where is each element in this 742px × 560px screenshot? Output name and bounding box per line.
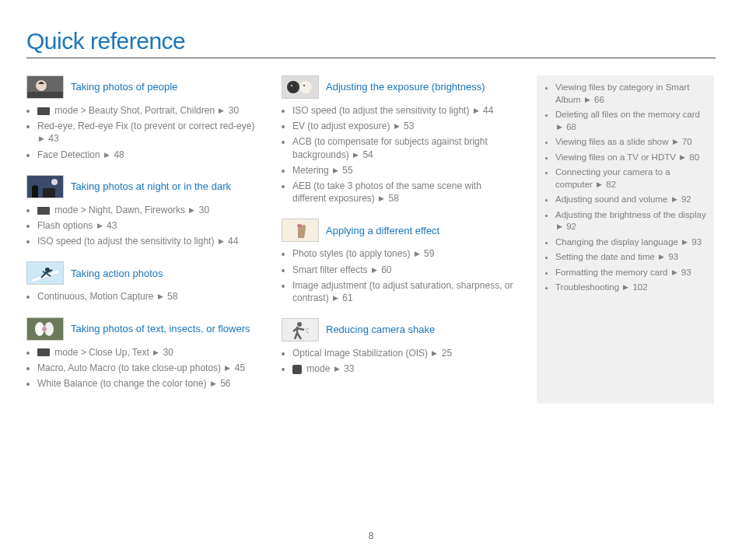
- page-ref: 54: [360, 149, 373, 160]
- list-item: mode > Close Up, Text ▶ 30: [37, 346, 260, 359]
- section-title: Reducing camera shake: [326, 324, 435, 336]
- sidebar: Viewing files by category in Smart Album…: [537, 75, 714, 404]
- page-ref: 44: [481, 105, 494, 116]
- item-text: Adjusting sound and volume: [555, 194, 670, 204]
- section-list: ISO speed (to adjust the sensitivity to …: [282, 104, 515, 205]
- item-text: Deleting all files on the memory card: [555, 110, 700, 119]
- item-text: Macro, Auto Macro (to take close-up phot…: [37, 362, 223, 373]
- item-text: mode > Beauty Shot, Portrait, Children: [52, 105, 217, 116]
- sidebar-item: Adjusting the brightness of the display …: [555, 209, 706, 233]
- list-item: mode ▶ 33: [292, 362, 515, 375]
- svg-point-13: [287, 81, 299, 93]
- section-title: Applying a different effect: [326, 225, 439, 237]
- svg-point-18: [297, 224, 302, 227]
- item-text: Metering: [292, 165, 331, 176]
- svg-point-14: [299, 81, 312, 93]
- item-text: Changing the display language: [555, 237, 681, 247]
- section-list: mode > Beauty Shot, Portrait, Children ▶…: [26, 104, 260, 161]
- page-ref-arrow-icon: ▶: [672, 268, 677, 276]
- page-ref: 70: [680, 137, 692, 146]
- page-ref-arrow-icon: ▶: [158, 292, 163, 300]
- section-title: Taking photos of people: [71, 81, 177, 93]
- scene-mode-icon: [37, 348, 50, 356]
- section-list: Photo styles (to apply tones) ▶ 59Smart …: [282, 247, 515, 304]
- page-ref-arrow-icon: ▶: [557, 222, 562, 230]
- list-item: ISO speed (to adjust the sensitivity to …: [37, 235, 260, 247]
- item-text: Viewing files on a TV or HDTV: [555, 152, 678, 162]
- section-title: Taking photos at night or in the dark: [71, 180, 231, 193]
- section: Taking photos of text, insects, or flowe…: [26, 317, 260, 390]
- page-ref-arrow-icon: ▶: [672, 195, 677, 203]
- item-text: Image adjustment (to adjust saturation, …: [292, 280, 513, 303]
- portrait-icon: [26, 75, 64, 99]
- section: Adjusting the exposure (brightness)ISO s…: [282, 75, 515, 205]
- list-item: Metering ▶ 55: [292, 164, 515, 177]
- section: Taking action photosContinuous, Motion C…: [26, 261, 260, 303]
- page-ref: 93: [679, 268, 691, 277]
- page-ref-arrow-icon: ▶: [39, 135, 44, 142]
- page-ref: 56: [218, 378, 231, 389]
- page-ref-arrow-icon: ▶: [597, 180, 602, 188]
- section-list: Continuous, Motion Capture ▶ 58: [26, 290, 260, 303]
- list-item: Macro, Auto Macro (to take close-up phot…: [37, 362, 260, 374]
- list-item: Face Detection ▶ 48: [37, 149, 260, 161]
- page-ref: 30: [160, 347, 173, 358]
- page-title: Quick reference: [26, 28, 716, 58]
- page-ref-arrow-icon: ▶: [333, 166, 338, 174]
- section-title: Adjusting the exposure (brightness): [326, 81, 485, 93]
- effect-icon: [282, 219, 319, 242]
- page-ref-arrow-icon: ▶: [104, 151, 110, 159]
- list-item: mode > Night, Dawn, Fireworks ▶ 30: [37, 204, 260, 216]
- item-text: Formatting the memory card: [555, 268, 670, 277]
- sidebar-item: Changing the display language ▶ 93: [555, 236, 706, 249]
- page-ref: 43: [104, 220, 117, 231]
- page-ref: 61: [340, 292, 353, 303]
- list-item: Flash options ▶ 43: [37, 219, 260, 232]
- list-item: White Balance (to change the color tone)…: [37, 377, 260, 390]
- section-title: Taking action photos: [71, 268, 163, 280]
- item-text: Setting the date and time: [555, 252, 657, 261]
- page-ref-arrow-icon: ▶: [474, 107, 479, 114]
- item-text: Photo styles (to apply tones): [292, 248, 413, 259]
- svg-rect-2: [27, 92, 63, 98]
- page-ref-arrow-icon: ▶: [682, 238, 688, 246]
- svg-point-15: [291, 85, 292, 86]
- page-ref: 25: [439, 348, 452, 359]
- page-ref: 68: [564, 122, 576, 131]
- list-item: ACB (to compensate for subjects against …: [292, 135, 515, 160]
- item-text: Optical Image Stabilization (OIS): [292, 348, 430, 359]
- list-item: Continuous, Motion Capture ▶ 58: [37, 290, 260, 303]
- content-columns: Taking photos of people mode > Beauty Sh…: [26, 75, 716, 404]
- list-item: mode > Beauty Shot, Portrait, Children ▶…: [37, 104, 260, 117]
- page-ref-arrow-icon: ▶: [379, 194, 384, 202]
- page-ref: 58: [386, 193, 399, 204]
- dual-is-mode-icon: [292, 365, 302, 374]
- page-ref-arrow-icon: ▶: [394, 122, 400, 130]
- sidebar-item: Setting the date and time ▶ 93: [555, 251, 706, 264]
- item-text: White Balance (to change the color tone): [37, 378, 209, 389]
- item-text: Continuous, Motion Capture: [37, 291, 156, 302]
- list-item: Smart filter effects ▶ 60: [292, 264, 515, 276]
- item-text: Smart filter effects: [292, 264, 370, 275]
- section: Applying a different effectPhoto styles …: [282, 219, 515, 304]
- page-ref-arrow-icon: ▶: [211, 380, 216, 387]
- sidebar-list: Viewing files by category in Smart Album…: [544, 82, 706, 294]
- section-title: Taking photos of text, insects, or flowe…: [71, 323, 250, 335]
- page-ref-arrow-icon: ▶: [353, 151, 359, 159]
- section: Reducing camera shakeOptical Image Stabi…: [282, 318, 515, 375]
- item-text: mode > Close Up, Text: [52, 347, 152, 358]
- section-list: mode > Night, Dawn, Fireworks ▶ 30Flash …: [26, 204, 260, 248]
- section: Taking photos of people mode > Beauty Sh…: [26, 75, 260, 161]
- page-ref: 45: [232, 362, 245, 373]
- page-ref: 80: [687, 152, 699, 162]
- section-list: mode > Close Up, Text ▶ 30Macro, Auto Ma…: [26, 346, 260, 390]
- item-text: Flash options: [37, 220, 96, 231]
- page-ref: 30: [226, 105, 239, 116]
- page-ref: 60: [379, 264, 392, 275]
- page-ref: 53: [401, 121, 415, 131]
- list-item: Photo styles (to apply tones) ▶ 59: [292, 247, 515, 260]
- item-text: EV (to adjust exposure): [292, 121, 393, 131]
- exposure-icon: [282, 75, 319, 99]
- page-ref: 43: [46, 133, 59, 144]
- item-text: mode > Night, Dawn, Fireworks: [52, 205, 187, 215]
